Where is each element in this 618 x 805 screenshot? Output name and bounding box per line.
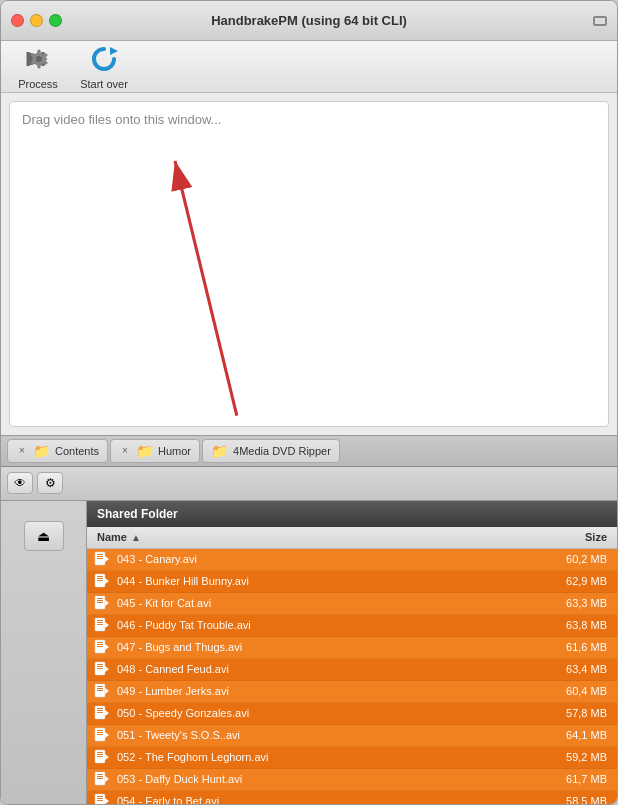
window-controls: [11, 14, 62, 27]
svg-rect-56: [97, 778, 103, 779]
svg-marker-0: [110, 47, 118, 55]
file-icon: [87, 573, 117, 589]
file-size: 62,9 MB: [537, 575, 617, 587]
file-size: 63,4 MB: [537, 663, 617, 675]
right-panel: Shared Folder Name ▲ Size 043 - Canary.a…: [87, 501, 617, 805]
app-window: HandbrakePM (using 64 bit CLI) Process: [0, 0, 618, 805]
svg-rect-19: [97, 620, 103, 621]
svg-rect-35: [97, 688, 103, 689]
toolbar: Process Start over: [1, 41, 617, 93]
svg-rect-55: [97, 776, 103, 777]
file-name: 048 - Canned Feud.avi: [117, 663, 537, 675]
svg-marker-22: [105, 622, 109, 628]
refresh-icon: [88, 43, 120, 75]
left-panel: ⏏: [1, 501, 87, 805]
tab-humor-label: Humor: [158, 445, 191, 457]
file-name: 051 - Tweety's S.O.S..avi: [117, 729, 537, 741]
titlebar: HandbrakePM (using 64 bit CLI): [1, 1, 617, 41]
maximize-button[interactable]: [49, 14, 62, 27]
gear-button[interactable]: ⚙: [37, 472, 63, 494]
eye-icon: 👁: [14, 476, 26, 490]
file-size: 57,8 MB: [537, 707, 617, 719]
file-name: 045 - Kit for Cat.avi: [117, 597, 537, 609]
table-row[interactable]: 047 - Bugs and Thugs.avi61,6 MB: [87, 637, 617, 659]
table-row[interactable]: 050 - Speedy Gonzales.avi57,8 MB: [87, 703, 617, 725]
process-label: Process: [18, 78, 58, 90]
file-name: 047 - Bugs and Thugs.avi: [117, 641, 537, 653]
process-icon: [22, 43, 54, 75]
file-size: 64,1 MB: [537, 729, 617, 741]
actions-bar: 👁 ⚙: [1, 467, 617, 501]
svg-marker-47: [105, 732, 109, 738]
svg-rect-46: [97, 734, 103, 735]
file-icon: [87, 661, 117, 677]
col-name-header[interactable]: Name ▲: [87, 531, 537, 543]
file-icon: [87, 771, 117, 787]
svg-rect-15: [97, 600, 103, 601]
file-size: 63,8 MB: [537, 619, 617, 631]
tab-humor-close[interactable]: ×: [119, 445, 131, 457]
tab-humor[interactable]: × 📁 Humor: [110, 439, 200, 463]
svg-rect-40: [97, 710, 103, 711]
table-row[interactable]: 046 - Puddy Tat Trouble.avi63,8 MB: [87, 615, 617, 637]
folder-header-text: Shared Folder: [97, 507, 178, 521]
file-name: 050 - Speedy Gonzales.avi: [117, 707, 537, 719]
file-name: 046 - Puddy Tat Trouble.avi: [117, 619, 537, 631]
svg-marker-27: [105, 644, 109, 650]
resize-handle[interactable]: [593, 16, 607, 26]
close-button[interactable]: [11, 14, 24, 27]
svg-marker-32: [105, 666, 109, 672]
file-name: 053 - Daffy Duck Hunt.avi: [117, 773, 537, 785]
gear-icon: ⚙: [45, 476, 56, 490]
svg-rect-10: [97, 578, 103, 579]
file-name: 052 - The Foghorn Leghorn.avi: [117, 751, 537, 763]
svg-rect-54: [97, 774, 103, 775]
file-size: 63,3 MB: [537, 597, 617, 609]
svg-rect-6: [97, 558, 103, 559]
svg-marker-52: [105, 754, 109, 760]
file-list[interactable]: 043 - Canary.avi60,2 MB044 - Bunker Hill…: [87, 549, 617, 805]
svg-rect-31: [97, 668, 103, 669]
table-row[interactable]: 043 - Canary.avi60,2 MB: [87, 549, 617, 571]
table-row[interactable]: 045 - Kit for Cat.avi63,3 MB: [87, 593, 617, 615]
svg-rect-49: [97, 752, 103, 753]
tab-contents[interactable]: × 📁 Contents: [7, 439, 108, 463]
file-icon: [87, 595, 117, 611]
svg-rect-24: [97, 642, 103, 643]
svg-rect-60: [97, 798, 103, 799]
eye-button[interactable]: 👁: [7, 472, 33, 494]
svg-rect-14: [97, 598, 103, 599]
table-row[interactable]: 049 - Lumber Jerks.avi60,4 MB: [87, 681, 617, 703]
table-row[interactable]: 052 - The Foghorn Leghorn.avi59,2 MB: [87, 747, 617, 769]
folder-header: Shared Folder: [87, 501, 617, 527]
process-button[interactable]: Process: [13, 43, 63, 90]
table-row[interactable]: 053 - Daffy Duck Hunt.avi61,7 MB: [87, 769, 617, 791]
tab-contents-label: Contents: [55, 445, 99, 457]
svg-rect-50: [97, 754, 103, 755]
svg-marker-7: [105, 556, 109, 562]
drop-area[interactable]: Drag video files onto this window...: [9, 101, 609, 427]
tab-4media[interactable]: 📁 4Media DVD Ripper: [202, 439, 340, 463]
svg-rect-5: [97, 556, 103, 557]
eject-button[interactable]: ⏏: [24, 521, 64, 551]
svg-rect-21: [97, 624, 103, 625]
tab-contents-close[interactable]: ×: [16, 445, 28, 457]
svg-rect-36: [97, 690, 103, 691]
svg-rect-26: [97, 646, 103, 647]
start-over-label: Start over: [80, 78, 128, 90]
file-icon: [87, 617, 117, 633]
table-row[interactable]: 054 - Early to Bet.avi58,5 MB: [87, 791, 617, 805]
svg-marker-37: [105, 688, 109, 694]
svg-rect-25: [97, 644, 103, 645]
table-row[interactable]: 048 - Canned Feud.avi63,4 MB: [87, 659, 617, 681]
minimize-button[interactable]: [30, 14, 43, 27]
svg-marker-17: [105, 600, 109, 606]
col-size-header[interactable]: Size: [537, 531, 617, 543]
svg-marker-57: [105, 776, 109, 782]
table-row[interactable]: 051 - Tweety's S.O.S..avi64,1 MB: [87, 725, 617, 747]
table-row[interactable]: 044 - Bunker Hill Bunny.avi62,9 MB: [87, 571, 617, 593]
file-size: 59,2 MB: [537, 751, 617, 763]
tab-4media-icon: 📁: [211, 443, 228, 459]
svg-rect-59: [97, 796, 103, 797]
start-over-button[interactable]: Start over: [79, 43, 129, 90]
